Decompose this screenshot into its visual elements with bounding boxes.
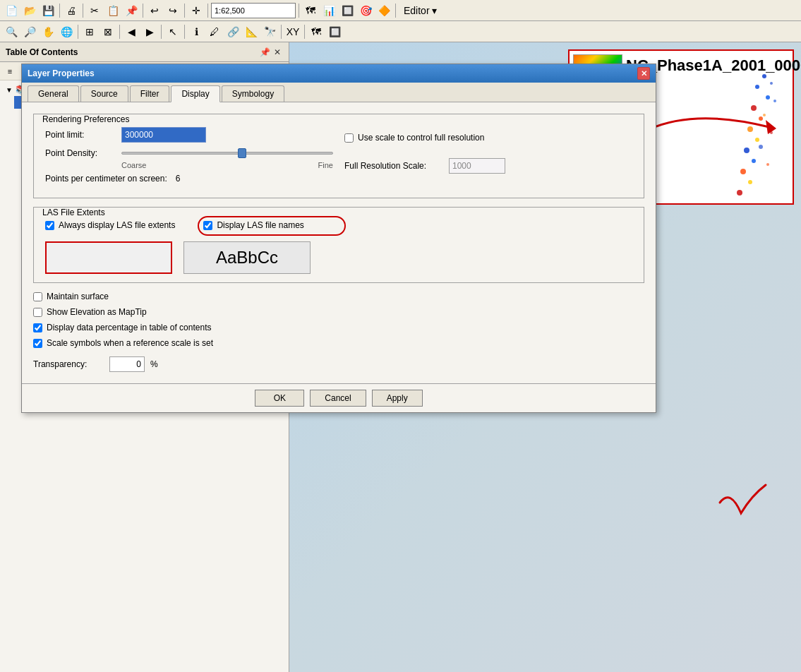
- transparency-input[interactable]: 0: [109, 356, 145, 372]
- dialog-footer: OK Cancel Apply: [22, 383, 656, 412]
- display-percentage-row: Display data percentage in table of cont…: [33, 323, 644, 332]
- slider-labels: Coarse Fine: [45, 161, 333, 169]
- show-elevation-checkbox[interactable]: [33, 308, 42, 317]
- tools-btn4[interactable]: 🎯: [357, 2, 374, 19]
- pointer-btn[interactable]: ✛: [188, 2, 205, 19]
- undo-btn[interactable]: ↩: [146, 2, 163, 19]
- cut-btn[interactable]: ✂: [86, 2, 103, 19]
- points-per-cm-value: 6: [176, 174, 181, 184]
- rendering-group-content: Point limit: 300000 Point Density:: [34, 124, 644, 198]
- sep7: [395, 4, 396, 18]
- slider-thumb[interactable]: [238, 148, 246, 158]
- display-names-checkbox[interactable]: [203, 221, 212, 230]
- toolbar-row2: 🔍 🔎 ✋ 🌐 ⊞ ⊠ ◀ ▶ ↖ ℹ 🖊 🔗 📐 🔭 XY 🗺 🔲: [0, 21, 801, 42]
- rendering-group-title: Rendering Preferences: [40, 114, 132, 124]
- tab-filter[interactable]: Filter: [130, 85, 170, 102]
- apply-button[interactable]: Apply: [372, 390, 423, 407]
- point-density-row: Point Density:: [45, 148, 333, 158]
- tab-display[interactable]: Display: [171, 85, 219, 102]
- rendering-col-left: Point limit: 300000 Point Density:: [45, 127, 333, 189]
- sep8: [78, 25, 78, 39]
- point-density-slider[interactable]: [121, 152, 333, 155]
- tools-btn3[interactable]: 🔲: [339, 2, 356, 19]
- find-btn[interactable]: 🔭: [261, 23, 278, 40]
- las-extents-group: LAS File Extents Always display LAS file…: [33, 207, 644, 283]
- zoom-in-btn[interactable]: 🔍: [3, 23, 20, 40]
- copy-btn[interactable]: 📋: [104, 2, 121, 19]
- sep11: [184, 25, 185, 39]
- maintain-surface-row: Maintain surface: [33, 292, 644, 301]
- point-limit-input[interactable]: 300000: [121, 127, 206, 143]
- svg-marker-18: [766, 120, 776, 134]
- tools-btn5[interactable]: 🔶: [375, 2, 392, 19]
- identify-btn[interactable]: 🖊: [206, 23, 223, 40]
- toc-controls: 📌 ✕: [259, 47, 283, 58]
- sep5: [207, 4, 208, 18]
- fwd-btn[interactable]: ▶: [141, 23, 158, 40]
- open-btn[interactable]: 📂: [21, 2, 38, 19]
- full-res-scale-input[interactable]: 1000: [449, 158, 505, 174]
- scale-input[interactable]: 1:62,500: [211, 3, 296, 18]
- display-percentage-checkbox[interactable]: [33, 323, 42, 332]
- toc-list-btn[interactable]: ≡: [3, 64, 17, 78]
- use-scale-checkbox[interactable]: [344, 133, 354, 143]
- map-nav-btn[interactable]: 🗺: [308, 23, 325, 40]
- new-btn[interactable]: 📄: [3, 2, 20, 19]
- use-scale-row: Use scale to control full resolution: [344, 133, 632, 143]
- maintain-surface-label: Maintain surface: [47, 292, 109, 301]
- dialog-close-btn[interactable]: ✕: [637, 67, 650, 80]
- goto-xy-btn[interactable]: XY: [284, 23, 301, 40]
- save-btn[interactable]: 💾: [40, 2, 56, 19]
- editor-btn[interactable]: Editor ▾: [399, 2, 442, 19]
- info-btn[interactable]: ℹ: [188, 23, 205, 40]
- extent-btn1[interactable]: ⊞: [81, 23, 98, 40]
- maintain-surface-checkbox[interactable]: [33, 292, 42, 301]
- zoom-out-btn[interactable]: 🔎: [21, 23, 38, 40]
- back-btn[interactable]: ◀: [123, 23, 140, 40]
- hyperlink-btn[interactable]: 🔗: [224, 23, 241, 40]
- sep10: [161, 25, 162, 39]
- las-color-picker[interactable]: [45, 241, 172, 274]
- coarse-label: Coarse: [121, 161, 146, 169]
- scale-symbols-label: Scale symbols when a reference scale is …: [47, 338, 213, 348]
- sep1: [59, 4, 60, 18]
- toc-title: Table Of Contents: [6, 47, 78, 57]
- fine-label: Fine: [318, 161, 333, 169]
- paste-btn[interactable]: 📌: [123, 2, 140, 19]
- toolbar-row1: 📄 📂 💾 🖨 ✂ 📋 📌 ↩ ↪ ✛ 1:62,500 🗺 📊 🔲 🎯 🔶 E…: [0, 0, 801, 21]
- toc-close-btn[interactable]: ✕: [272, 47, 283, 58]
- cancel-button[interactable]: Cancel: [310, 390, 366, 407]
- display-names-row: Display LAS file names: [203, 220, 303, 230]
- sep4: [184, 4, 185, 18]
- las-checkboxes-row: Always display LAS file extents Display …: [45, 220, 632, 234]
- tab-source[interactable]: Source: [80, 85, 128, 102]
- tab-symbology[interactable]: Symbology: [222, 85, 284, 102]
- pan-btn[interactable]: ✋: [40, 23, 56, 40]
- point-limit-row: Point limit: 300000: [45, 127, 333, 143]
- scale-symbols-checkbox[interactable]: [33, 339, 42, 348]
- transparency-unit: %: [150, 359, 158, 369]
- point-limit-label: Point limit:: [45, 130, 116, 140]
- always-display-checkbox[interactable]: [45, 221, 54, 230]
- points-per-cm-label: Points per centimeter on screen:: [45, 174, 167, 184]
- dialog-window: Layer Properties ✕ General Source Filter…: [21, 64, 656, 413]
- dialog-titlebar: Layer Properties ✕: [22, 64, 656, 83]
- las-extents-content: Always display LAS file extents Display …: [34, 217, 644, 282]
- extent-btn2[interactable]: ⊠: [100, 23, 116, 40]
- additional-options: Maintain surface Show Elevation as MapTi…: [33, 292, 644, 372]
- redo-btn[interactable]: ↪: [164, 2, 181, 19]
- zoom-fixed-btn[interactable]: 🔲: [326, 23, 343, 40]
- select-btn[interactable]: ↖: [164, 23, 181, 40]
- tab-general[interactable]: General: [28, 85, 79, 102]
- print-btn[interactable]: 🖨: [63, 2, 80, 19]
- globe-btn[interactable]: 🌐: [58, 23, 75, 40]
- tools-btn2[interactable]: 📊: [320, 2, 337, 19]
- ok-button[interactable]: OK: [255, 390, 304, 407]
- toc-pin-btn[interactable]: 📌: [259, 47, 270, 58]
- measure-btn[interactable]: 📐: [243, 23, 260, 40]
- las-font-preview[interactable]: AaBbCc: [183, 241, 311, 274]
- sep9: [119, 25, 120, 39]
- point-density-label: Point Density:: [45, 148, 116, 158]
- tools-btn1[interactable]: 🗺: [302, 2, 319, 19]
- transparency-label: Transparency:: [33, 359, 104, 369]
